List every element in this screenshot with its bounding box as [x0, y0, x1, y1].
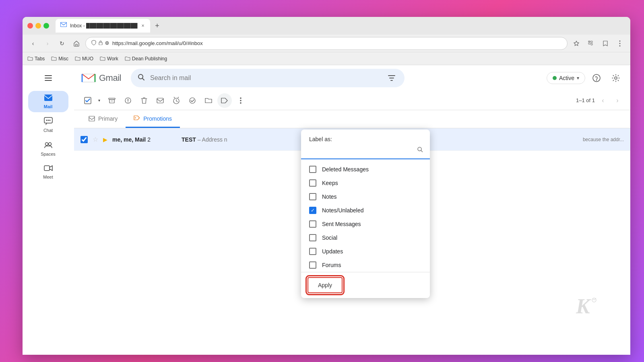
svg-text:K: K	[576, 295, 591, 318]
forward-button[interactable]: ›	[42, 38, 53, 49]
apply-button[interactable]: Apply	[308, 277, 343, 293]
label-checkbox-notes-unlabeled[interactable]	[309, 207, 316, 214]
svg-rect-7	[588, 41, 590, 42]
reading-list-button[interactable]	[600, 38, 611, 49]
new-tab-button[interactable]: +	[152, 20, 163, 31]
hamburger-menu-button[interactable]	[40, 70, 56, 86]
label-item-sent[interactable]: Sent Messages	[301, 217, 430, 231]
help-button[interactable]	[588, 70, 605, 86]
sidebar-spaces-label: Spaces	[41, 152, 56, 156]
settings-button[interactable]	[608, 70, 624, 86]
sidebar-item-chat[interactable]: Chat	[28, 114, 68, 136]
tab-primary[interactable]: Primary	[80, 111, 126, 128]
label-item-updates[interactable]: Updates	[301, 245, 430, 258]
address-text: https://mail.google.com/mail/u/0/#inbox	[112, 40, 561, 46]
address-bar[interactable]: https://mail.google.com/mail/u/0/#inbox	[85, 37, 568, 50]
header-right: Active ▾	[547, 70, 624, 86]
label-item-keeps[interactable]: Keeps	[301, 176, 430, 190]
label-name-deleted: Deleted Messages	[322, 166, 369, 173]
bookmark-dean-folder-icon	[125, 56, 130, 62]
home-button[interactable]	[71, 38, 82, 49]
label-checkbox-updates[interactable]	[309, 248, 316, 255]
bookmark-dean-publishing[interactable]: Dean Publishing	[125, 56, 167, 62]
maximize-window-button[interactable]	[43, 23, 49, 29]
bookmark-folder-icon	[27, 56, 33, 62]
search-filter-button[interactable]	[385, 72, 398, 84]
svg-point-9	[619, 43, 621, 44]
extensions-button[interactable]	[585, 38, 597, 49]
svg-point-31	[240, 97, 242, 99]
email-checkbox[interactable]	[80, 136, 88, 143]
pagination-prev-button[interactable]: ‹	[597, 94, 609, 107]
browser-tab-inbox[interactable]: Inbox - ███████████████ ×	[56, 19, 150, 33]
label-item-deleted[interactable]: Deleted Messages	[301, 162, 430, 176]
search-box[interactable]: Search in mail	[131, 69, 405, 87]
sidebar-meet-label: Meet	[43, 175, 53, 179]
bookmark-tabs[interactable]: Tabs	[27, 56, 45, 62]
tab-promotions[interactable]: Promotions	[126, 110, 180, 128]
svg-point-35	[135, 117, 136, 118]
label-name-keeps: Keeps	[322, 180, 338, 186]
svg-rect-2	[99, 42, 102, 45]
bookmark-star-button[interactable]	[571, 38, 582, 49]
label-checkbox-deleted[interactable]	[309, 166, 316, 173]
move-to-button[interactable]	[201, 93, 216, 108]
meet-icon	[44, 165, 53, 174]
label-checkbox-notes[interactable]	[309, 193, 316, 200]
archive-button[interactable]	[105, 93, 119, 108]
active-label: Active	[559, 75, 574, 81]
label-checkbox-forums[interactable]	[309, 261, 316, 269]
bookmark-misc[interactable]: Misc	[51, 56, 68, 62]
report-spam-button[interactable]	[121, 93, 135, 108]
add-task-button[interactable]	[185, 93, 200, 108]
select-dropdown-button[interactable]: ▾	[95, 93, 103, 108]
label-search-input[interactable]	[308, 146, 417, 155]
sidebar-item-spaces[interactable]: Spaces	[28, 138, 68, 160]
label-checkbox-keeps[interactable]	[309, 179, 316, 187]
label-item-notes-unlabeled[interactable]: Notes/Unlabeled	[301, 204, 430, 217]
svg-point-10	[619, 45, 621, 46]
delete-button[interactable]	[137, 93, 151, 108]
browser-menu-button[interactable]	[614, 38, 625, 49]
active-chevron-icon: ▾	[577, 75, 579, 81]
close-window-button[interactable]	[27, 23, 33, 29]
address-bar-icons	[91, 40, 109, 47]
mark-read-button[interactable]	[153, 93, 167, 108]
snooze-button[interactable]	[169, 93, 184, 108]
label-dropdown-title: Label as:	[301, 130, 430, 146]
label-search-icon	[417, 146, 423, 154]
svg-point-15	[49, 120, 50, 121]
sidebar-item-meet[interactable]: Meet	[28, 161, 68, 183]
label-item-notes[interactable]: Notes	[301, 190, 430, 204]
more-options-button[interactable]	[233, 93, 248, 108]
email-forward-icon: ▶	[103, 136, 107, 143]
active-dot	[553, 76, 557, 80]
bookmark-muo[interactable]: MUO	[75, 56, 93, 62]
back-button[interactable]: ‹	[27, 38, 39, 49]
bookmark-tabs-label: Tabs	[35, 56, 45, 62]
pagination-next-button[interactable]: ›	[611, 94, 624, 107]
email-star-button[interactable]: ☆	[93, 136, 98, 143]
tab-close-button[interactable]: ×	[141, 22, 145, 29]
svg-point-33	[240, 102, 242, 104]
gmail-top-header: Gmail Search in mail	[74, 65, 630, 91]
active-status-badge[interactable]: Active ▾	[547, 72, 585, 84]
label-checkbox-sent[interactable]	[309, 220, 316, 228]
label-item-social[interactable]: Social	[301, 231, 430, 245]
select-all-checkbox[interactable]	[80, 93, 95, 108]
minimize-window-button[interactable]	[35, 23, 41, 29]
sidebar-item-mail[interactable]: Mail	[28, 91, 68, 112]
label-search-container[interactable]	[301, 146, 430, 159]
label-checkbox-social[interactable]	[309, 234, 316, 241]
email-sender: me, me, Mail 2	[112, 136, 177, 143]
refresh-button[interactable]: ↻	[56, 38, 68, 49]
label-name-notes: Notes	[322, 193, 337, 200]
label-item-forums[interactable]: Forums	[301, 258, 430, 272]
chat-icon	[44, 117, 53, 127]
bookmark-work[interactable]: Work	[100, 56, 118, 62]
label-button[interactable]	[217, 93, 232, 108]
tab-favicon	[60, 22, 67, 30]
label-list: Deleted Messages Keeps Notes Notes/Unlab…	[301, 159, 430, 272]
security-icon	[91, 40, 96, 47]
gmail-sidebar: Mail Chat	[23, 65, 74, 355]
